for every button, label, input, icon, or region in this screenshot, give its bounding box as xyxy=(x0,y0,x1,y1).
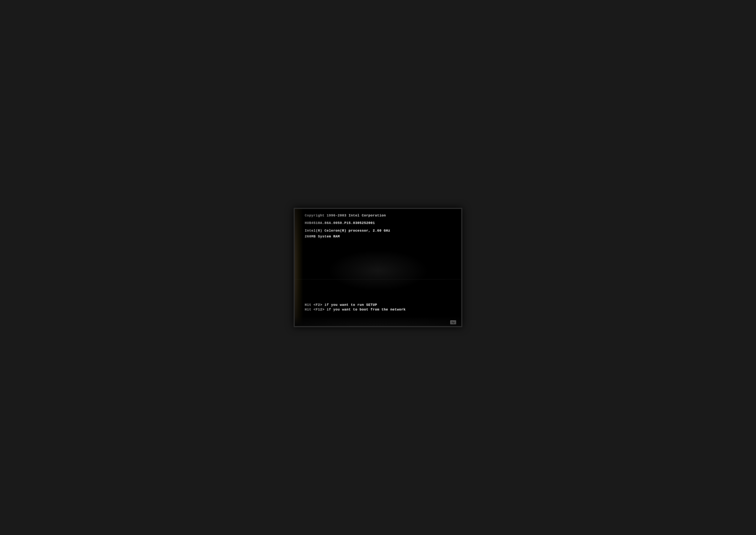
bios-version-line: HUB4510A.86A.0050.P15.0305252001 xyxy=(305,221,454,225)
copyright-line: Copyright 1996-2003 Intel Corporation xyxy=(305,213,454,217)
monitor-bottom-bar: hp xyxy=(295,317,461,326)
monitor-screen: Copyright 1996-2003 Intel Corporation HU… xyxy=(294,208,462,327)
bios-screen: Copyright 1996-2003 Intel Corporation HU… xyxy=(305,213,454,314)
bezel-left xyxy=(295,209,303,326)
bios-top-info: Copyright 1996-2003 Intel Corporation HU… xyxy=(305,213,454,239)
setup-hint-line: Hit <F2> if you want to run SETUP xyxy=(305,303,454,307)
network-hint-line: Hit <F12> if you want to boot from the n… xyxy=(305,308,454,311)
hp-logo: hp xyxy=(450,320,456,324)
processor-line: Intel(R) Celeron(R) processor, 2.60 GHz xyxy=(305,229,454,233)
ram-line: 260MB System RAM xyxy=(305,235,454,239)
bios-hints: Hit <F2> if you want to run SETUP Hit <F… xyxy=(305,303,454,311)
